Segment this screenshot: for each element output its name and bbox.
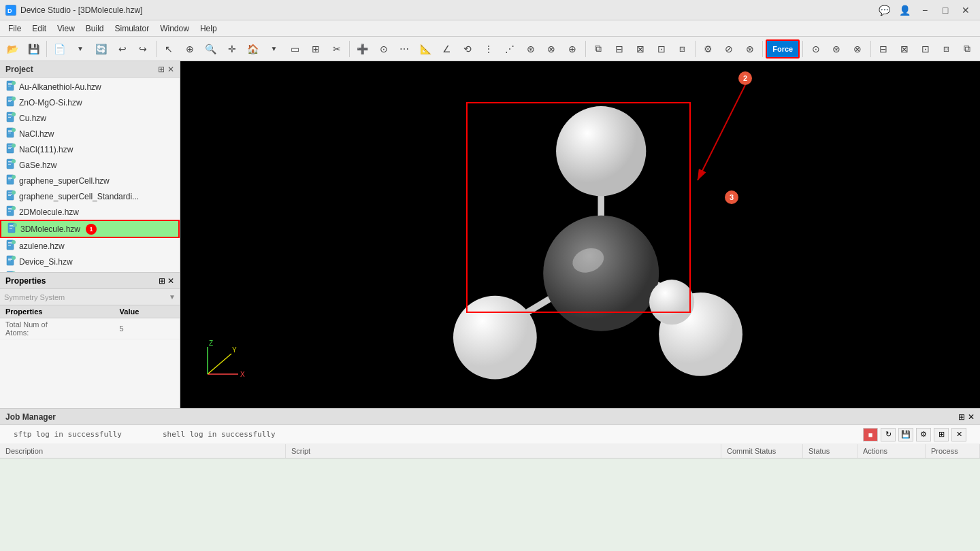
tree-item[interactable]: Cu.hzw (0, 110, 180, 126)
tree-item[interactable]: GaSe.hzw (0, 157, 180, 173)
jm-settings-button[interactable]: ⚙ (916, 428, 931, 441)
menu-window[interactable]: Window (154, 22, 195, 35)
tree-item-label: Device_Si.hzw (19, 257, 73, 267)
tb-new-button[interactable]: 📄 (50, 39, 69, 59)
tb-s1-button[interactable]: ⧉ (589, 39, 608, 59)
tb-dihedral-button[interactable]: ⟲ (458, 39, 478, 59)
menu-help[interactable]: Help (195, 22, 223, 35)
tb-s6-button[interactable]: ⚙ (698, 39, 718, 59)
tb-extra-button[interactable]: ⋮ (478, 39, 498, 59)
tb-s2-button[interactable]: ⊟ (609, 39, 629, 59)
tree-item[interactable]: ZnO-MgO-Si.hzw (0, 95, 180, 110)
properties-expand-icon[interactable]: ⊞ (159, 276, 165, 286)
tb-r3-button[interactable]: ⊗ (848, 39, 868, 59)
tb-r5-button[interactable]: ⊠ (895, 39, 915, 59)
tb-rect-button[interactable]: ▭ (285, 39, 305, 59)
minimize-button[interactable]: − (916, 3, 934, 17)
menu-simulator[interactable]: Simulator (110, 22, 155, 35)
tb-select-button[interactable]: ↖ (159, 39, 179, 59)
symmetry-dropdown-icon[interactable]: ▼ (169, 293, 176, 301)
tree-item[interactable]: graphene_superCell_Standardi... (0, 188, 180, 204)
properties-header-controls[interactable]: ⊞ ✕ (159, 276, 174, 286)
properties-panel: Properties ⊞ ✕ Symmetry System ▼ Pr (0, 272, 180, 408)
tb-newdrop-button[interactable]: ▼ (70, 39, 90, 59)
tb-cut-button[interactable]: ✂ (327, 39, 347, 59)
tb-r8-button[interactable]: ⧉ (958, 39, 977, 59)
tree-item[interactable]: NaCl.hzw (0, 126, 180, 141)
tb-s4-button[interactable]: ⊡ (651, 39, 671, 59)
tb-home-drop-button[interactable]: ▼ (264, 39, 284, 59)
jt-col-commit-status: Commit Status (721, 444, 803, 458)
tb-undo-button[interactable]: ↩ (112, 39, 132, 59)
tb-save-button[interactable]: 💾 (24, 39, 44, 59)
tb-atom-button[interactable]: ⊙ (374, 39, 393, 59)
tb-r2-button[interactable]: ⊛ (827, 39, 847, 59)
jm-stop-button[interactable]: ■ (863, 428, 878, 441)
menu-view[interactable]: View (52, 22, 80, 35)
project-header: Project ⊞ ✕ (0, 61, 180, 78)
tb-measure-button[interactable]: 📐 (416, 39, 436, 59)
tb-r7-button[interactable]: ⧈ (936, 39, 956, 59)
project-expand-icon[interactable]: ⊞ (158, 65, 165, 74)
project-close-icon[interactable]: ✕ (167, 65, 174, 74)
tree-item[interactable]: 3DMolecule.hzw1 (0, 220, 180, 238)
tb-extra2-button[interactable]: ⋰ (500, 39, 519, 59)
menu-file[interactable]: File (3, 22, 27, 35)
project-tree[interactable]: Au-Alkanethiol-Au.hzw ZnO-MgO-Si.hzw Cu.… (0, 78, 180, 272)
tb-move-button[interactable]: ✛ (222, 39, 242, 59)
file-icon (5, 239, 16, 252)
tb-rotate-button[interactable]: ⊕ (180, 39, 200, 59)
tb-zoom-button[interactable]: 🔍 (201, 39, 221, 59)
user-icon[interactable]: 👤 (896, 3, 913, 17)
svg-rect-30 (8, 164, 11, 165)
properties-close-icon[interactable]: ✕ (167, 276, 174, 286)
jm-expand-button[interactable]: ⊞ (934, 428, 949, 441)
tb-bond-button[interactable]: ⋯ (395, 39, 414, 59)
svg-point-11 (12, 97, 16, 101)
tb-extra5-button[interactable]: ⊕ (563, 39, 583, 59)
svg-rect-5 (8, 86, 11, 86)
tb-r1-button[interactable]: ⊙ (806, 39, 826, 59)
annotation-badge-1: 1 (86, 224, 97, 235)
tb-redo-button[interactable]: ↪ (133, 39, 153, 59)
project-header-controls[interactable]: ⊞ ✕ (158, 65, 174, 74)
tree-item[interactable]: azulene.hzw (0, 238, 180, 254)
tb-s3-button[interactable]: ⊠ (630, 39, 650, 59)
tb-open-button[interactable]: 📂 (3, 39, 22, 59)
svg-point-51 (13, 223, 17, 227)
tree-item[interactable]: Au-Alkanethiol-Au.hzw (0, 79, 180, 95)
tree-item[interactable]: Device_Si.hzw (0, 254, 180, 269)
job-status-bar: sftp log in successfully shell log in su… (0, 425, 980, 444)
jm-refresh-button[interactable]: ↻ (881, 428, 896, 441)
tb-extra4-button[interactable]: ⊗ (542, 39, 561, 59)
jm-expand-icon[interactable]: ⊞ (958, 412, 965, 422)
tb-home-button[interactable]: 🏠 (243, 39, 263, 59)
window-controls[interactable]: 💬 👤 − □ ✕ (875, 3, 975, 17)
tb-r6-button[interactable]: ⊡ (915, 39, 935, 59)
tb-grid-button[interactable]: ⊞ (306, 39, 326, 59)
job-status-controls[interactable]: ■ ↻ 💾 ⚙ ⊞ ✕ (863, 428, 966, 441)
tb-add-button[interactable]: ➕ (353, 39, 372, 59)
canvas-area[interactable]: 2 3 X Y Z (180, 61, 980, 408)
close-button[interactable]: ✕ (957, 3, 975, 17)
tree-item[interactable]: NaCl(111).hzw (0, 141, 180, 157)
tb-s8-button[interactable]: ⊛ (740, 39, 760, 59)
tb-s7-button[interactable]: ⊘ (719, 39, 739, 59)
tb-angle-button[interactable]: ∠ (437, 39, 457, 59)
chat-icon[interactable]: 💬 (875, 3, 893, 17)
menu-edit[interactable]: Edit (27, 22, 52, 35)
jm-save-button[interactable]: 💾 (898, 428, 913, 441)
tree-item[interactable]: 2DMolecule.hzw (0, 204, 180, 220)
job-manager-controls[interactable]: ⊞ ✕ (958, 412, 975, 422)
tb-extra3-button[interactable]: ⊛ (521, 39, 540, 59)
restore-button[interactable]: □ (936, 3, 954, 17)
menu-build[interactable]: Build (80, 22, 110, 35)
jm-close-icon[interactable]: ✕ (968, 412, 975, 422)
tb-refresh-button[interactable]: 🔄 (91, 39, 111, 59)
tree-item[interactable]: graphene_superCell.hzw (0, 173, 180, 188)
tb-force-button[interactable]: Force (766, 39, 800, 59)
jm-close-button[interactable]: ✕ (951, 428, 966, 441)
tb-r4-button[interactable]: ⊟ (874, 39, 894, 59)
tb-s5-button[interactable]: ⧈ (672, 39, 692, 59)
title-bar: D Device Studio - [3DMolecule.hzw] 💬 👤 −… (0, 0, 980, 20)
